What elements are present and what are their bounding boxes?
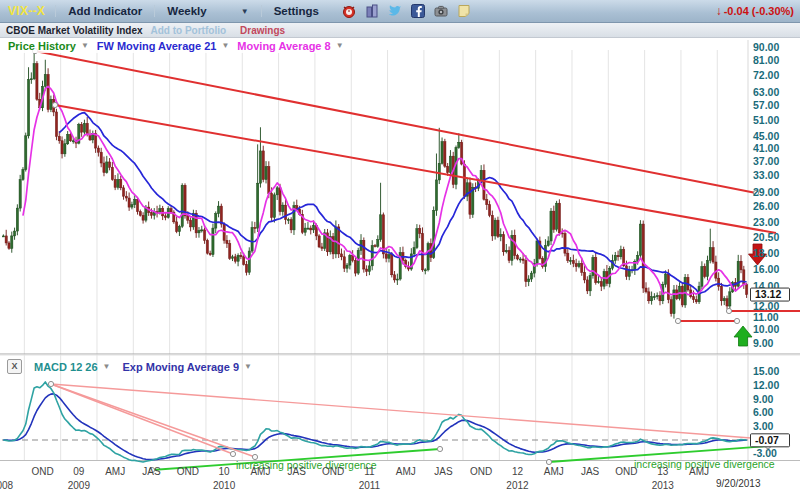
chevron-down-icon: ▼ xyxy=(241,7,249,16)
x-axis-year-label: 2009 xyxy=(68,480,91,491)
price-axis-tick: 10.00 xyxy=(753,323,779,335)
macd-axis-tick: 12.00 xyxy=(753,379,779,391)
macd-ema-dropdown[interactable]: Exp Moving Average 9 ▼ xyxy=(123,361,252,373)
price-axis-tick: 72.00 xyxy=(753,69,779,81)
x-axis-quarter-label: 12 xyxy=(512,466,524,477)
add-indicator-button[interactable]: Add Indicator xyxy=(55,5,154,17)
macd-axis-tick: -3.00 xyxy=(753,447,777,459)
symbol-label: VIX--X xyxy=(0,4,55,18)
period-dropdown[interactable]: Weekly ▼ xyxy=(154,5,260,17)
toolbar-icons xyxy=(341,3,472,19)
x-axis-year-label: 2008 xyxy=(0,480,14,491)
macd-axis-tick: 9.00 xyxy=(753,393,774,405)
ma8-label: Moving Average 8 xyxy=(237,40,330,52)
down-arrow-icon: ↓ xyxy=(716,4,722,18)
x-axis-quarter-label: OND xyxy=(322,466,344,477)
ma21-label: FW Moving Average 21 xyxy=(97,40,217,52)
close-indicator-button[interactable]: X xyxy=(7,359,22,374)
notes-icon[interactable] xyxy=(456,3,472,19)
x-axis-year-label: 2012 xyxy=(506,480,529,491)
price-axis-tick: 63.00 xyxy=(753,86,779,98)
facebook-icon[interactable] xyxy=(410,3,426,19)
macd-panel xyxy=(2,382,748,462)
price-axis-tick: 16.00 xyxy=(753,263,779,275)
x-axis-quarter-label: 09 xyxy=(73,466,85,477)
x-axis-quarter-label: JAS xyxy=(434,466,453,477)
price-axis-tick: 51.00 xyxy=(753,114,779,126)
macd-axis-tick: 3.00 xyxy=(753,420,774,432)
x-axis-quarter-label: JAS xyxy=(142,466,161,477)
macd-header: X MACD 12 26 ▼ Exp Moving Average 9 ▼ xyxy=(0,359,252,374)
price-axis-tick: 20.50 xyxy=(753,231,779,243)
subbar: CBOE Market Volatility Index Add to Port… xyxy=(0,23,800,38)
x-axis-quarter-label: AMJ xyxy=(396,466,416,477)
macd-label: MACD 12 26 xyxy=(34,361,98,373)
macd-axis-tick: 6.00 xyxy=(753,406,774,418)
twitter-icon[interactable] xyxy=(387,3,403,19)
charting-app: increasing positive divergenceincreasing… xyxy=(0,0,800,492)
add-to-portfolio-link[interactable]: Add to Portfolio xyxy=(143,25,227,36)
price-axis-tick: 26.00 xyxy=(753,200,779,212)
alarm-icon[interactable] xyxy=(341,3,357,19)
chart-canvas[interactable]: increasing positive divergenceincreasing… xyxy=(0,0,800,492)
x-axis-quarter-label: 10 xyxy=(219,466,231,477)
price-axis-tick: 29.00 xyxy=(753,186,779,198)
chevron-down-icon: ▼ xyxy=(81,41,89,50)
camera-icon[interactable] xyxy=(433,3,449,19)
price-axis-tick: 9.00 xyxy=(753,337,774,349)
x-axis-quarter-label: OND xyxy=(177,466,199,477)
x-axis-quarter-label: 11 xyxy=(364,466,375,477)
x-axis-quarter-label: OND xyxy=(615,466,637,477)
price-axis-tick: 11.00 xyxy=(753,311,779,323)
x-axis-quarter-label: JAS xyxy=(288,466,307,477)
up-block-arrow xyxy=(734,326,752,346)
price-axis-tick: 33.00 xyxy=(753,169,779,181)
svg-text:13.12: 13.12 xyxy=(755,288,781,300)
macd-ema-label: Exp Moving Average 9 xyxy=(123,361,240,373)
x-axis-end-date: 9/20/2013 xyxy=(716,478,761,489)
quote-change-value: -0.04 (-0.30%) xyxy=(724,5,794,17)
period-value: Weekly xyxy=(167,5,206,17)
x-axis-quarter-label: AMJ xyxy=(250,466,270,477)
x-axis-year-label: 2011 xyxy=(359,480,381,491)
drawings-link[interactable]: Drawings xyxy=(226,25,285,36)
x-axis-quarter-label: AMJ xyxy=(689,466,709,477)
chevron-down-icon: ▼ xyxy=(221,41,229,50)
chevron-down-icon: ▼ xyxy=(244,362,252,371)
price-axis-tick: 23.00 xyxy=(753,216,779,228)
settings-button[interactable]: Settings xyxy=(261,5,331,17)
price-panel xyxy=(2,48,747,319)
x-axis-quarter-label: AMJ xyxy=(544,466,564,477)
instrument-title: CBOE Market Volatility Index xyxy=(0,25,143,36)
x-axis-quarter-label: AMJ xyxy=(105,466,125,477)
chevron-down-icon: ▼ xyxy=(336,41,344,50)
price-history-dropdown[interactable]: Price History ▼ xyxy=(8,40,89,52)
buildings-icon[interactable] xyxy=(364,3,380,19)
price-axis-tick: 81.00 xyxy=(753,54,779,66)
macd-axis-tick: 15.00 xyxy=(753,365,779,377)
ma8-dropdown[interactable]: Moving Average 8 ▼ xyxy=(237,40,343,52)
x-axis-quarter-label: OND xyxy=(470,466,492,477)
quote-change: ↓ -0.04 (-0.30%) xyxy=(716,4,794,18)
x-axis-quarter-label: 13 xyxy=(657,466,669,477)
x-axis-year-label: 2010 xyxy=(213,480,236,491)
drawing-annotations: increasing positive divergenceincreasing… xyxy=(32,48,800,472)
price-axis-tick: 18.00 xyxy=(753,247,779,259)
price-axis-tick: 57.00 xyxy=(753,99,779,111)
x-axis-quarter-label: JAS xyxy=(581,466,600,477)
axes: 90.0081.0072.0063.0057.0051.0045.0041.00… xyxy=(0,41,790,492)
chevron-down-icon: ▼ xyxy=(103,362,111,371)
price-axis-tick: 45.00 xyxy=(753,130,779,142)
price-history-label: Price History xyxy=(8,40,76,52)
svg-text:-0.07: -0.07 xyxy=(755,434,779,446)
price-legend: Price History ▼ FW Moving Average 21 ▼ M… xyxy=(0,38,350,53)
price-axis-tick: 41.00 xyxy=(753,142,779,154)
macd-dropdown[interactable]: MACD 12 26 ▼ xyxy=(34,361,111,373)
price-axis-tick: 90.00 xyxy=(753,41,779,53)
x-axis-quarter-label: OND xyxy=(31,466,53,477)
toolbar: VIX--X Add Indicator Weekly ▼ Settings xyxy=(0,0,800,23)
x-axis-year-label: 2013 xyxy=(652,480,675,491)
price-axis-tick: 37.00 xyxy=(753,155,779,167)
ma21-dropdown[interactable]: FW Moving Average 21 ▼ xyxy=(97,40,230,52)
